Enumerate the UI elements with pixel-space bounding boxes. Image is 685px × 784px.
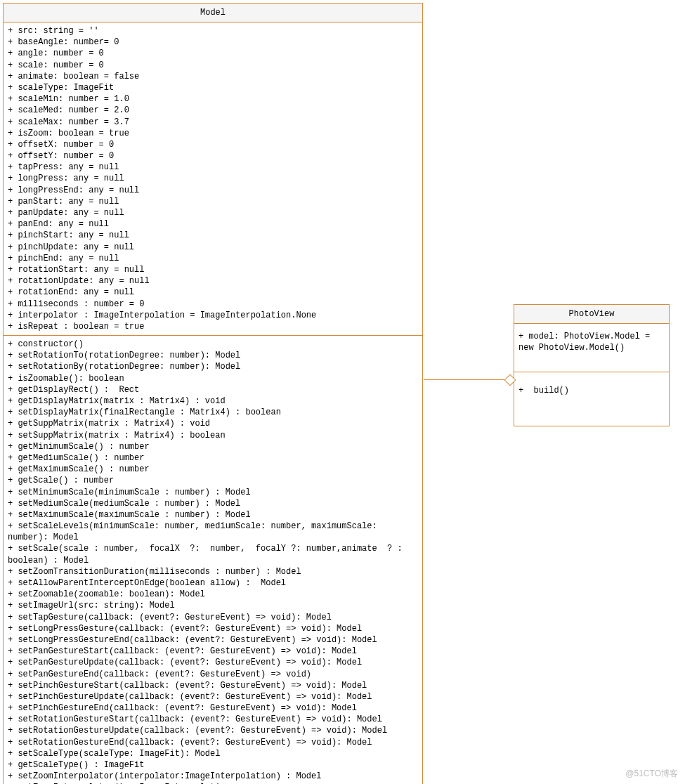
model-method-row: + getMediumScale() : number [8, 452, 418, 464]
class-model-methods: + constructor()+ setRotationTo(rotationD… [4, 336, 422, 784]
model-method-row: + getMinimumScale() : number [8, 441, 418, 452]
diagram-canvas: Model + src: string = ''+ baseAngle: num… [3, 3, 682, 781]
class-photoview-title: PhotoView [514, 305, 669, 324]
model-attribute-row: + angle: number = 0 [8, 48, 418, 59]
class-photoview: PhotoView + model: PhotoView.Model = new… [514, 304, 670, 426]
model-method-row: + setPanGestureUpdate(callback: (event?:… [8, 657, 418, 668]
model-method-row: + setRotationGestureUpdate(callback: (ev… [8, 725, 418, 736]
model-attribute-row: + longPress: any = null [8, 173, 418, 184]
model-method-row: + setMaximumScale(maximumScale : number)… [8, 509, 418, 521]
class-photoview-attributes: + model: PhotoView.Model = new PhotoView… [514, 324, 669, 372]
model-method-row: + setImageUrl(src: string): Model [8, 600, 418, 611]
model-method-row: + setPinchGestureStart(callback: (event?… [8, 680, 418, 691]
class-photoview-methods: + build() [514, 372, 669, 426]
model-attribute-row: + rotationStart: any = null [8, 264, 418, 275]
model-method-row: + getMaximumScale() : number [8, 464, 418, 475]
model-method-row: + setRotationGestureEnd(callback: (event… [8, 737, 418, 748]
model-attribute-row: + scaleMed: number = 2.0 [8, 105, 418, 116]
model-attribute-row: + isZoom: boolean = true [8, 128, 418, 139]
photoview-method-row: + build() [518, 385, 665, 396]
model-attribute-row: + interpolator : ImageInterpolation = Im… [8, 310, 418, 321]
model-method-row: + setScale(scale : number, focalX ?: num… [8, 543, 418, 566]
model-method-row: + getDisplayMatrix(matrix : Matrix4) : v… [8, 396, 418, 407]
model-method-row: + setZoomInterpolator(interpolator:Image… [8, 771, 418, 782]
model-attribute-row: + panUpdate: any = null [8, 207, 418, 218]
model-method-row: + setZoomTransitionDuration(milliseconds… [8, 566, 418, 577]
model-attribute-row: + milliseconds : number = 0 [8, 299, 418, 310]
model-attribute-row: + tapPress: any = null [8, 162, 418, 173]
model-method-row: + getScaleType() : ImageFit [8, 759, 418, 771]
model-attribute-row: + scaleType: ImageFit [8, 82, 418, 93]
model-attribute-row: + scaleMin: number = 1.0 [8, 93, 418, 105]
model-method-row: + setAllowParentInterceptOnEdge(boolean … [8, 577, 418, 589]
model-method-row: + setLongPressGesture(callback: (event?:… [8, 623, 418, 634]
model-method-row: + setTapGesture(callback: (event?: Gestu… [8, 612, 418, 623]
model-method-row: + setPanGestureEnd(callback: (event?: Ge… [8, 669, 418, 680]
model-method-row: + getDisplayRect() : Rect [8, 384, 418, 396]
model-method-row: + setRotationGestureStart(callback: (eve… [8, 714, 418, 725]
model-method-row: + getScale() : number [8, 475, 418, 486]
model-method-row: + setScaleLevels(minimumScale: number, m… [8, 521, 418, 543]
model-method-row: + setPinchGestureEnd(callback: (event?: … [8, 703, 418, 714]
model-method-row: + setSuppMatrix(matrix : Matrix4) : bool… [8, 430, 418, 441]
model-attribute-row: + pinchEnd: any = null [8, 253, 418, 264]
model-attribute-row: + animate: boolean = false [8, 71, 418, 82]
model-attribute-row: + longPressEnd: any = null [8, 185, 418, 196]
model-method-row: + setRotationBy(rotationDegree: number):… [8, 361, 418, 372]
model-attribute-row: + scale: number = 0 [8, 60, 418, 71]
model-method-row: + setZoomable(zoomable: boolean): Model [8, 589, 418, 600]
model-attribute-row: + offsetY: number = 0 [8, 150, 418, 162]
association-line [424, 379, 509, 380]
class-model-attributes: + src: string = ''+ baseAngle: number= 0… [4, 22, 422, 336]
watermark-text: @51CTO博客 [625, 768, 678, 780]
model-attribute-row: + pinchUpdate: any = null [8, 242, 418, 253]
model-attribute-row: + rotationUpdate: any = null [8, 275, 418, 287]
model-method-row: + getSuppMatrix(matrix : Matrix4) : void [8, 418, 418, 429]
model-attribute-row: + baseAngle: number= 0 [8, 37, 418, 48]
model-method-row: + setMinimumScale(minimumScale : number)… [8, 487, 418, 498]
class-model-title: Model [4, 4, 422, 22]
model-method-row: + constructor() [8, 339, 418, 350]
model-attribute-row: + panStart: any = null [8, 196, 418, 207]
model-attribute-row: + panEnd: any = null [8, 218, 418, 230]
model-method-row: + setDisplayMatrix(finalRectangle : Matr… [8, 407, 418, 418]
model-method-row: + setPinchGestureUpdate(callback: (event… [8, 691, 418, 703]
model-attribute-row: + offsetX: number = 0 [8, 139, 418, 150]
model-attribute-row: + pinchStart: any = null [8, 230, 418, 241]
model-method-row: + setRotationTo(rotationDegree: number):… [8, 350, 418, 361]
model-method-row: + setScaleType(scaleType: ImageFit): Mod… [8, 748, 418, 759]
model-attribute-row: + isRepeat : boolean = true [8, 321, 418, 332]
model-attribute-row: + rotationEnd: any = null [8, 287, 418, 298]
photoview-attribute-row: + model: PhotoView.Model = new PhotoView… [518, 331, 665, 353]
class-model: Model + src: string = ''+ baseAngle: num… [3, 3, 423, 784]
model-attribute-row: + src: string = '' [8, 25, 418, 37]
model-method-row: + setPanGestureStart(callback: (event?: … [8, 646, 418, 657]
model-method-row: + isZoomable(): boolean [8, 373, 418, 384]
model-method-row: + setMediumScale(mediumScale : number) :… [8, 498, 418, 509]
model-attribute-row: + scaleMax: number = 3.7 [8, 117, 418, 128]
model-method-row: + setLongPressGestureEnd(callback: (even… [8, 634, 418, 646]
